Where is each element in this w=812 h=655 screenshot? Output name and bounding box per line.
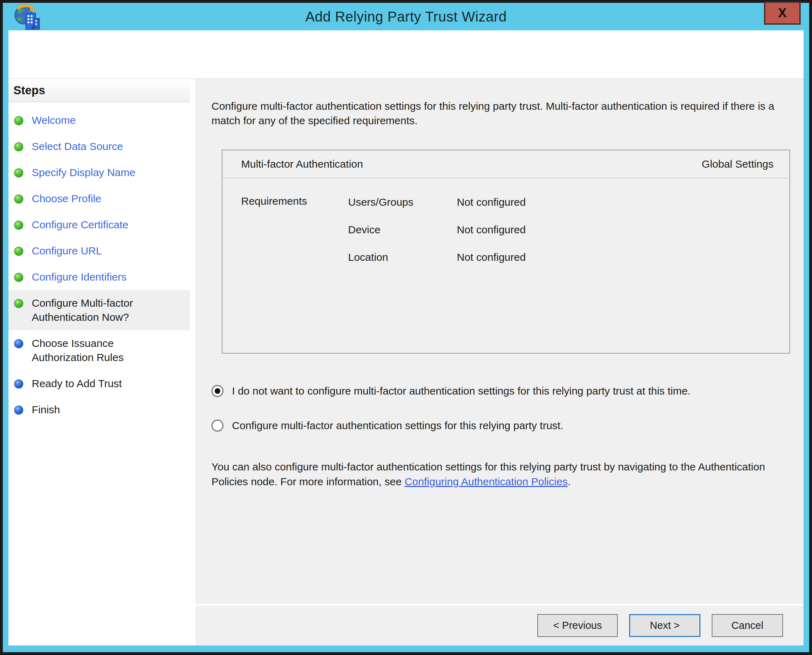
radio-configure-mfa[interactable]: Configure multi-factor authentication se… [211, 418, 789, 433]
wizard-window: Add Relying Party Trust Wizard X Steps W… [3, 3, 809, 652]
wizard-page: Configure multi-factor authentication se… [195, 79, 804, 646]
wizard-button-bar: < Previous Next > Cancel [195, 604, 804, 646]
step-select-data-source[interactable]: Select Data Source [8, 134, 190, 160]
step-label: Configure Identifiers [32, 270, 126, 284]
steps-heading: Steps [8, 79, 190, 102]
step-specify-display-name[interactable]: Specify Display Name [8, 160, 190, 186]
footer-note: You can also configure multi-factor auth… [211, 460, 801, 489]
table-row: Device Not configured [348, 223, 789, 237]
panel-header: Multi-factor Authentication Global Setti… [222, 150, 789, 178]
steps-heading-label: Steps [14, 84, 45, 97]
step-label: Finish [32, 403, 60, 417]
panel-global-settings-label: Global Settings [702, 158, 773, 170]
requirement-name: Device [348, 223, 457, 237]
requirement-name: Location [348, 250, 457, 264]
step-upcoming-bullet-icon [14, 406, 23, 415]
step-label: Select Data Source [32, 139, 123, 154]
page-description: Configure multi-factor authentication se… [211, 99, 801, 128]
step-label: Ready to Add Trust [32, 377, 122, 391]
step-configure-multi-factor-authentication-now: Configure Multi-factor Authentication No… [8, 290, 190, 330]
steps-list: Welcome Select Data Source Specify Displ… [8, 102, 190, 423]
step-choose-profile[interactable]: Choose Profile [8, 186, 190, 212]
step-label: Choose Profile [32, 192, 101, 206]
step-welcome[interactable]: Welcome [8, 107, 190, 134]
panel-body: Requirements Users/Groups Not configured… [222, 178, 789, 353]
adfs-globe-buildings-icon [14, 3, 42, 32]
step-label: Welcome [32, 113, 75, 128]
radio-selected-icon[interactable] [211, 385, 223, 397]
window-title: Add Relying Party Trust Wizard [305, 9, 507, 25]
step-label: Specify Display Name [32, 166, 135, 180]
step-configure-url[interactable]: Configure URL [8, 238, 190, 264]
multi-factor-settings-panel: Multi-factor Authentication Global Setti… [222, 150, 790, 354]
requirement-value: Not configured [457, 250, 526, 264]
requirement-name: Users/Groups [348, 195, 457, 209]
step-label: Configure URL [32, 244, 102, 258]
step-done-bullet-icon [14, 116, 23, 125]
step-label: Configure Certificate [32, 218, 128, 232]
requirements-rows: Users/Groups Not configured Device Not c… [348, 195, 789, 353]
requirements-label: Requirements [241, 195, 348, 353]
step-label: Choose Issuance Authorization Rules [32, 336, 173, 364]
step-upcoming-bullet-icon [14, 339, 23, 348]
table-row: Location Not configured [348, 250, 789, 264]
step-label: Configure Multi-factor Authentication No… [32, 296, 173, 324]
step-finish: Finish [8, 397, 190, 423]
wizard-body: Steps Welcome Select Data Source Specify… [8, 79, 804, 646]
note-text-after-link: . [568, 476, 570, 487]
radio-do-not-configure-mfa[interactable]: I do not want to configure multi-factor … [211, 384, 789, 398]
radio-label: I do not want to configure multi-factor … [232, 384, 690, 398]
step-done-bullet-icon [14, 247, 23, 256]
wizard-page-content: Configure multi-factor authentication se… [195, 79, 804, 604]
step-done-bullet-icon [14, 168, 23, 177]
step-done-bullet-icon [14, 273, 23, 282]
next-button[interactable]: Next > [629, 614, 700, 637]
step-upcoming-bullet-icon [14, 379, 23, 389]
table-row: Users/Groups Not configured [348, 195, 789, 209]
close-button[interactable]: X [764, 2, 801, 25]
radio-unselected-icon[interactable] [211, 420, 223, 432]
step-done-bullet-icon [14, 194, 23, 204]
step-configure-identifiers[interactable]: Configure Identifiers [8, 264, 190, 290]
step-choose-issuance-authorization-rules: Choose Issuance Authorization Rules [8, 330, 190, 371]
requirement-value: Not configured [457, 223, 526, 237]
steps-sidebar: Steps Welcome Select Data Source Specify… [8, 79, 190, 646]
previous-button[interactable]: < Previous [537, 614, 618, 637]
step-configure-certificate[interactable]: Configure Certificate [8, 212, 190, 238]
requirement-value: Not configured [457, 195, 526, 209]
step-ready-to-add-trust: Ready to Add Trust [8, 371, 190, 397]
wizard-header-strip [8, 30, 804, 79]
radio-label: Configure multi-factor authentication se… [232, 418, 564, 433]
step-done-bullet-icon [14, 142, 23, 151]
panel-title: Multi-factor Authentication [241, 158, 363, 170]
step-done-bullet-icon [14, 221, 23, 230]
step-done-bullet-icon [14, 299, 23, 308]
title-bar: Add Relying Party Trust Wizard X [8, 3, 804, 30]
configuring-authentication-policies-link[interactable]: Configuring Authentication Policies [405, 476, 568, 487]
cancel-button[interactable]: Cancel [712, 614, 783, 637]
